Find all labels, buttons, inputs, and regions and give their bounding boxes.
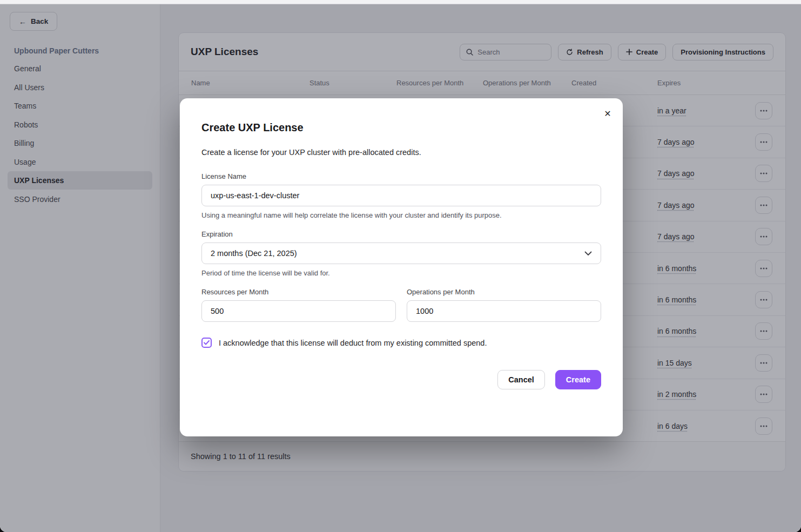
expiration-select[interactable]: 2 months (Dec 21, 2025) (201, 243, 601, 264)
acknowledge-checkbox[interactable] (201, 338, 212, 348)
resources-label: Resources per Month (201, 288, 396, 296)
app-window: ← Back Upbound Paper Cutters General All… (0, 0, 801, 532)
operations-field[interactable] (407, 300, 601, 322)
checkmark-icon (204, 340, 210, 345)
modal-actions: Cancel Create (201, 370, 601, 389)
acknowledge-label: I acknowledge that this license will ded… (219, 339, 487, 347)
modal-description: Create a license for your UXP cluster wi… (201, 148, 601, 157)
cancel-button[interactable]: Cancel (497, 370, 545, 389)
operations-label: Operations per Month (407, 288, 601, 296)
limits-row: Resources per Month Operations per Month (201, 288, 601, 322)
expiration-label: Expiration (201, 230, 601, 238)
close-icon[interactable]: ✕ (600, 105, 616, 122)
modal-create-button[interactable]: Create (555, 370, 601, 389)
license-name-helper: Using a meaningful name will help correl… (201, 211, 601, 219)
window-top-strip (0, 0, 801, 4)
create-license-modal: ✕ Create UXP License Create a license fo… (180, 98, 623, 436)
chevron-down-icon (584, 251, 592, 256)
operations-group: Operations per Month (407, 288, 601, 322)
resources-group: Resources per Month (201, 288, 396, 322)
modal-title: Create UXP License (201, 98, 601, 134)
acknowledge-row: I acknowledge that this license will ded… (201, 338, 601, 348)
license-name-field[interactable] (201, 185, 601, 206)
resources-field[interactable] (201, 300, 396, 322)
license-name-label: License Name (201, 172, 601, 180)
expiration-helper: Period of time the license will be valid… (201, 269, 601, 277)
expiration-selected-value: 2 months (Dec 21, 2025) (211, 249, 297, 258)
